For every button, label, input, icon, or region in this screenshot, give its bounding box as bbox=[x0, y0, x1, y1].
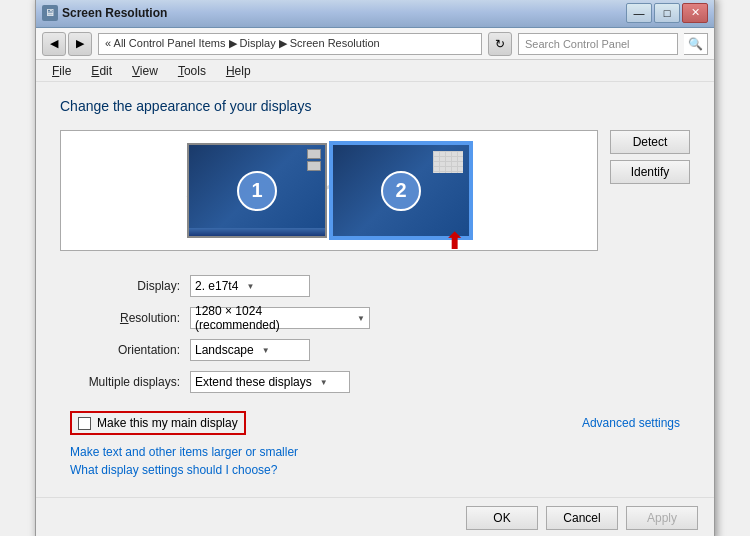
arrow-up-indicator: ⬆ bbox=[445, 229, 463, 255]
advanced-settings-link[interactable]: Advanced settings bbox=[582, 416, 680, 430]
cancel-button[interactable]: Cancel bbox=[546, 506, 618, 530]
display-row: Display: 2. e17t4 ▼ bbox=[60, 275, 690, 297]
display-settings-link[interactable]: What display settings should I choose? bbox=[70, 463, 690, 477]
monitors-container: SevenForums.com 1 2 bbox=[60, 130, 598, 251]
back-button[interactable]: ◀ bbox=[42, 32, 66, 56]
main-display-highlight: Make this my main display bbox=[70, 411, 246, 435]
orientation-label: Orientation: bbox=[60, 343, 190, 357]
desktop-icon-2 bbox=[307, 161, 321, 171]
close-button[interactable]: ✕ bbox=[682, 3, 708, 23]
main-content: Change the appearance of your displays S… bbox=[36, 82, 714, 497]
orientation-dropdown-arrow: ▼ bbox=[262, 346, 270, 355]
main-display-label: Make this my main display bbox=[97, 416, 238, 430]
title-bar-buttons: — □ ✕ bbox=[626, 3, 708, 23]
menu-tools[interactable]: Tools bbox=[170, 62, 214, 80]
orientation-select[interactable]: Landscape ▼ bbox=[190, 339, 310, 361]
monitor-2-grid-icon bbox=[433, 151, 463, 173]
display-preview-area: SevenForums.com 1 2 ⬆ bbox=[60, 130, 690, 251]
display-label: Display: bbox=[60, 279, 190, 293]
ok-button[interactable]: OK bbox=[466, 506, 538, 530]
desktop-icon-1 bbox=[307, 149, 321, 159]
multiple-displays-label: Multiple displays: bbox=[60, 375, 190, 389]
detect-button[interactable]: Detect bbox=[610, 130, 690, 154]
footer-links: Make text and other items larger or smal… bbox=[60, 445, 690, 477]
form-area: Display: 2. e17t4 ▼ RResolution:esolutio… bbox=[60, 267, 690, 411]
multiple-displays-row: Multiple displays: Extend these displays… bbox=[60, 371, 690, 393]
nav-buttons: ◀ ▶ bbox=[42, 32, 92, 56]
forward-button[interactable]: ▶ bbox=[68, 32, 92, 56]
menu-view[interactable]: View bbox=[124, 62, 166, 80]
detect-buttons: Detect Identify bbox=[610, 130, 690, 251]
monitor-2-number: 2 bbox=[381, 171, 421, 211]
checkbox-row: Make this my main display Advanced setti… bbox=[60, 411, 690, 435]
search-input[interactable]: Search Control Panel bbox=[518, 33, 678, 55]
menu-help[interactable]: Help bbox=[218, 62, 259, 80]
apply-button[interactable]: Apply bbox=[626, 506, 698, 530]
monitor-1[interactable]: 1 bbox=[187, 143, 327, 238]
title-bar: 🖥 Screen Resolution — □ ✕ bbox=[36, 0, 714, 28]
monitor-1-number: 1 bbox=[237, 171, 277, 211]
main-display-checkbox[interactable] bbox=[78, 417, 91, 430]
minimize-button[interactable]: — bbox=[626, 3, 652, 23]
display-select[interactable]: 2. e17t4 ▼ bbox=[190, 275, 310, 297]
address-path[interactable]: « All Control Panel Items ▶ Display ▶ Sc… bbox=[98, 33, 482, 55]
maximize-button[interactable]: □ bbox=[654, 3, 680, 23]
monitor-1-taskbar bbox=[189, 228, 325, 236]
desktop-icons bbox=[307, 149, 321, 171]
refresh-button[interactable]: ↻ bbox=[488, 32, 512, 56]
monitor-2[interactable]: 2 bbox=[331, 143, 471, 238]
search-icon[interactable]: 🔍 bbox=[684, 33, 708, 55]
display-dropdown-arrow: ▼ bbox=[246, 282, 254, 291]
menu-bar: File Edit View Tools Help bbox=[36, 60, 714, 82]
multiple-displays-dropdown-arrow: ▼ bbox=[320, 378, 328, 387]
resolution-label: RResolution:esolution: bbox=[60, 311, 190, 325]
multiple-displays-select[interactable]: Extend these displays ▼ bbox=[190, 371, 350, 393]
title-bar-left: 🖥 Screen Resolution bbox=[42, 5, 167, 21]
resolution-row: RResolution:esolution: 1280 × 1024 (reco… bbox=[60, 307, 690, 329]
page-title: Change the appearance of your displays bbox=[60, 98, 690, 114]
main-window: 🖥 Screen Resolution — □ ✕ ◀ ▶ « All Cont… bbox=[35, 0, 715, 536]
address-bar: ◀ ▶ « All Control Panel Items ▶ Display … bbox=[36, 28, 714, 60]
menu-edit[interactable]: Edit bbox=[83, 62, 120, 80]
identify-button[interactable]: Identify bbox=[610, 160, 690, 184]
resolution-dropdown-arrow: ▼ bbox=[357, 314, 365, 323]
larger-items-link[interactable]: Make text and other items larger or smal… bbox=[70, 445, 690, 459]
bottom-bar: OK Cancel Apply bbox=[36, 497, 714, 536]
orientation-row: Orientation: Landscape ▼ bbox=[60, 339, 690, 361]
resolution-select[interactable]: 1280 × 1024 (recommended) ▼ bbox=[190, 307, 370, 329]
window-icon: 🖥 bbox=[42, 5, 58, 21]
menu-file[interactable]: File bbox=[44, 62, 79, 80]
window-title: Screen Resolution bbox=[62, 6, 167, 20]
